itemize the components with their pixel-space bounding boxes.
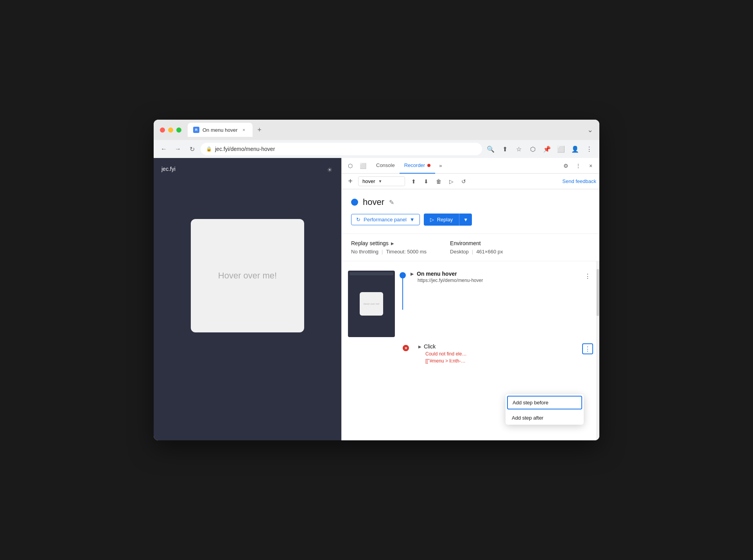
main-content: jec.fyi ☀ Hover over me! ⬡ ⬜ Console Rec…	[154, 158, 599, 440]
timeout-value: Timeout: 5000 ms	[386, 249, 427, 255]
perf-panel-arrow-icon: ▼	[410, 217, 415, 223]
layout-tool-button[interactable]: ⬜	[357, 160, 368, 171]
thumb-header-bar	[350, 272, 393, 275]
replay-button[interactable]: ▷ Replay	[424, 214, 459, 226]
settings-icon[interactable]: ⚙	[560, 160, 571, 171]
environment-label: Environment	[450, 240, 481, 246]
maximize-button[interactable]	[176, 127, 181, 133]
active-tab[interactable]: R On menu hover ×	[188, 123, 253, 137]
edit-name-icon[interactable]: ✎	[389, 199, 394, 206]
recording-actions-row: ↻ Performance panel ▼ ▷ Replay ▼	[351, 214, 590, 226]
thumb-hover-card: Hover over me!	[360, 292, 383, 316]
steps-section: Hover over me! ▶ On menu hover https://j…	[342, 261, 599, 440]
address-bar: ← → ↻ 🔒 jec.fyi/demo/menu-hover 🔍 ⬆ ☆ ⬡ …	[154, 140, 599, 158]
toolbar-right-actions: ⚙ ⋮ ×	[560, 160, 596, 171]
env-type: Desktop	[450, 249, 469, 255]
recording-indicator	[427, 164, 430, 167]
sun-icon[interactable]: ☀	[324, 164, 335, 175]
replay-options-button[interactable]: ▼	[459, 214, 472, 226]
step-1-dot	[400, 272, 406, 278]
more-options-button[interactable]: ⋮	[573, 160, 584, 171]
bookmark-button[interactable]: ☆	[513, 144, 524, 154]
environment-detail: Desktop | 461×660 px	[450, 249, 503, 255]
recording-name: hover	[363, 197, 384, 207]
add-recording-button[interactable]: +	[345, 176, 356, 187]
add-step-after-menu-item[interactable]: Add step after	[506, 411, 584, 425]
new-tab-button[interactable]: +	[254, 124, 265, 135]
browser-page: jec.fyi ☀ Hover over me!	[154, 158, 341, 440]
tab-favicon: R	[193, 127, 199, 133]
more-tabs-button[interactable]: »	[437, 163, 444, 169]
step-2-title-row[interactable]: ▶ Click	[418, 343, 577, 350]
add-step-before-menu-item[interactable]: Add step before	[507, 396, 582, 409]
step-2-more-button[interactable]: ⋮	[582, 343, 593, 354]
devtools-tabs: Console Recorder	[371, 158, 435, 174]
environment-header: Environment	[450, 240, 503, 246]
settings-section: Replay settings ▶ No throttling | Timeou…	[342, 234, 599, 261]
hover-card-text: Hover over me!	[218, 271, 277, 281]
recording-title-row: hover ✎	[351, 197, 590, 207]
replay-label: Replay	[437, 217, 453, 223]
settings-divider: |	[382, 249, 383, 255]
recording-action-buttons: ⬆ ⬇ 🗑 ▷ ↺	[408, 176, 469, 187]
tab-recorder[interactable]: Recorder	[400, 158, 435, 174]
cursor-tool-button[interactable]: ⬡	[345, 160, 356, 171]
upload-button[interactable]: ⬆	[408, 176, 419, 187]
perf-panel-label: Performance panel	[364, 217, 407, 223]
download-button[interactable]: ⬇	[421, 176, 432, 187]
delete-button[interactable]: 🗑	[433, 176, 444, 187]
replay-settings-header[interactable]: Replay settings ▶	[351, 240, 427, 246]
split-button[interactable]: ⬜	[556, 144, 567, 154]
performance-panel-button[interactable]: ↻ Performance panel ▼	[351, 214, 420, 225]
dropdown-arrow-icon: ▼	[378, 179, 382, 183]
recorder-label: Recorder	[404, 162, 425, 168]
pin-button[interactable]: 📌	[541, 144, 552, 154]
address-actions: 🔍 ⬆ ☆ ⬡ 📌 ⬜ 👤 ⋮	[485, 144, 595, 154]
step-1-title: On menu hover	[417, 271, 457, 277]
step-1-url: https://jec.fyi/demo/menu-hover	[418, 278, 577, 283]
recording-dropdown[interactable]: hover ▼	[358, 176, 405, 186]
back-button[interactable]: ←	[158, 144, 169, 154]
step-2-details: ▶ Click Could not find ele… [["#menu > l…	[418, 343, 577, 364]
recorder-content: hover ✎ ↻ Performance panel ▼ ▷ Replay	[342, 189, 599, 234]
tab-console[interactable]: Console	[371, 158, 400, 174]
close-button[interactable]	[160, 127, 165, 133]
recording-status-dot	[351, 199, 358, 206]
step-2-expand-icon: ▶	[418, 345, 421, 349]
replay-settings-detail: No throttling | Timeout: 5000 ms	[351, 249, 427, 255]
step-1-details: ▶ On menu hover https://jec.fyi/demo/men…	[411, 271, 577, 283]
replay-settings-label: Replay settings	[351, 240, 389, 246]
send-feedback-link[interactable]: Send feedback	[562, 178, 596, 184]
refresh-button[interactable]: ↻	[186, 144, 197, 154]
step-2-title: Click	[424, 343, 436, 350]
replay-settings-col: Replay settings ▶ No throttling | Timeou…	[351, 240, 427, 255]
extension-icon[interactable]: ⬡	[527, 144, 538, 154]
step-1-title-row[interactable]: ▶ On menu hover	[411, 271, 577, 277]
tab-close-button[interactable]: ×	[241, 127, 247, 133]
step-connector-line	[402, 278, 403, 310]
env-divider: |	[472, 249, 473, 255]
hover-card[interactable]: Hover over me!	[191, 219, 304, 332]
step-1: Hover over me! ▶ On menu hover https://j…	[342, 267, 599, 340]
env-size: 461×660 px	[476, 249, 503, 255]
more-menu-button[interactable]: ⋮	[584, 144, 595, 154]
forward-button[interactable]: →	[172, 144, 183, 154]
replay-button-group: ▷ Replay ▼	[424, 214, 472, 226]
share-button[interactable]: ⬆	[499, 144, 510, 154]
replay-slow-button[interactable]: ↺	[458, 176, 469, 187]
step-1-expand-icon: ▶	[411, 272, 414, 276]
step-1-more-button[interactable]: ⋮	[582, 271, 593, 282]
browser-window: R On menu hover × + ⌄ ← → ↻ 🔒 je	[154, 120, 599, 440]
address-field[interactable]: 🔒 jec.fyi/demo/menu-hover	[201, 143, 482, 155]
thumb-hover-text: Hover over me!	[363, 303, 379, 305]
profile-button[interactable]: 👤	[570, 144, 581, 154]
close-devtools-button[interactable]: ×	[585, 160, 596, 171]
throttling-value: No throttling	[351, 249, 378, 255]
dropdown-value: hover	[362, 178, 375, 184]
minimize-button[interactable]	[168, 127, 173, 133]
tab-more-button[interactable]: ⌄	[587, 126, 593, 134]
environment-col: Environment Desktop | 461×660 px	[450, 240, 503, 255]
search-button[interactable]: 🔍	[485, 144, 496, 154]
play-button[interactable]: ▷	[446, 176, 457, 187]
url-text: jec.fyi/demo/menu-hover	[215, 146, 275, 152]
